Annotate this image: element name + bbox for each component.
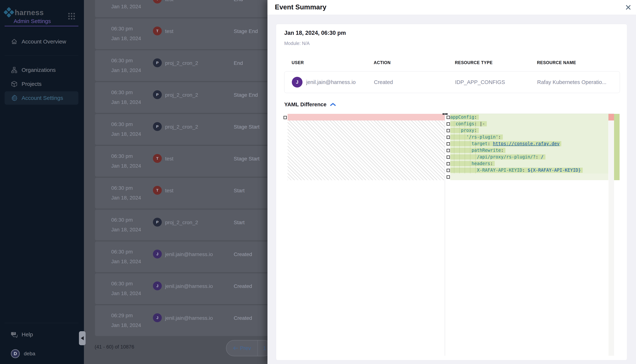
record-resource-name: Rafay Kubernetes Operatio...	[537, 79, 620, 85]
row-date: Jan 18, 2024	[111, 290, 141, 296]
row-action: Stage End	[234, 28, 258, 34]
diff-modified-pane: appConfig: configs: |- proxy: '/rs-plugi…	[450, 113, 608, 356]
row-action: Created	[234, 283, 252, 289]
diff-glyph-square[interactable]	[284, 116, 287, 119]
diff-added-line: /api/proxy/rs-plugin/?: /	[450, 154, 608, 160]
help-chat-icon: ?	[11, 331, 18, 338]
sidebar-item-organizations[interactable]: Organizations	[5, 63, 78, 77]
indent-guide	[475, 120, 476, 174]
row-user-name: test	[165, 156, 173, 162]
prev-page-button[interactable]: Prev	[226, 345, 257, 351]
user-name: deba	[24, 351, 35, 357]
row-action: Start	[234, 220, 245, 226]
diff-added-line: appConfig:	[450, 114, 608, 120]
record-user-email: jenil.jain@harness.io	[306, 79, 356, 85]
row-avatar: J	[153, 282, 162, 290]
sidebar-item-account-settings[interactable]: Account Settings	[5, 91, 78, 105]
indent-guide	[454, 120, 454, 174]
diff-pane-divider[interactable]	[445, 113, 445, 356]
diff-glyph-square[interactable]	[447, 175, 450, 179]
event-module: Module: N/A	[284, 41, 310, 46]
yaml-difference-label: YAML Difference	[284, 102, 326, 108]
row-time: 06:30 pm	[111, 26, 133, 32]
indent-guide	[459, 120, 460, 174]
row-user-name: proj_2_cron_2	[165, 92, 198, 98]
row-time: 06:29 pm	[111, 312, 133, 318]
row-date: Jan 18, 2024	[111, 4, 141, 10]
row-action: End	[234, 60, 243, 66]
sidebar-item-projects[interactable]: Projects	[5, 77, 78, 91]
app-switcher-icon[interactable]	[68, 13, 75, 20]
row-action: Stage End	[234, 92, 258, 98]
yaml-difference-toggle[interactable]: YAML Difference	[284, 102, 336, 108]
sidebar-item-label: Account Overview	[22, 38, 66, 45]
indent-guide	[470, 120, 470, 174]
row-avatar: P	[153, 122, 162, 131]
sidebar-item-account-overview[interactable]: Account Overview	[5, 35, 78, 48]
diff-glyph-square[interactable]	[447, 162, 450, 166]
diff-empty-line	[450, 174, 608, 180]
svg-text:?: ?	[13, 332, 15, 335]
row-avatar: J	[153, 250, 162, 258]
sidebar-item-label: Account Settings	[22, 95, 63, 101]
row-date: Jan 18, 2024	[111, 131, 141, 137]
subtitle-underline	[5, 26, 78, 26]
row-action: Stage Start	[234, 156, 260, 162]
row-time: 06:30 pm	[111, 217, 133, 223]
row-avatar: T	[153, 0, 162, 4]
sidebar-user[interactable]: D deba	[5, 347, 78, 360]
diff-glyph-square[interactable]	[447, 156, 450, 159]
diff-added-line: target: https://console.rafay.dev	[450, 140, 608, 147]
row-user-name: test	[165, 28, 173, 34]
row-time: 06:30 pm	[111, 58, 133, 64]
diff-glyph-square[interactable]	[447, 116, 450, 119]
row-action: Stage Start	[234, 124, 260, 130]
diff-added-line: proxy:	[450, 127, 608, 134]
sidebar-item-label: Projects	[22, 81, 42, 87]
harness-logo-icon	[3, 7, 15, 18]
diff-glyph-square[interactable]	[447, 169, 450, 172]
row-time: 06:30 pm	[111, 249, 133, 255]
row-time: 06:30 pm	[111, 153, 133, 159]
drawer-header: Event Summary	[268, 0, 636, 15]
user-avatar: D	[11, 349, 20, 358]
diff-glyph-square[interactable]	[447, 149, 450, 152]
diff-glyph-square[interactable]	[447, 129, 450, 132]
diff-empty-placeholder	[288, 120, 445, 180]
close-button[interactable]	[624, 4, 632, 11]
collapse-left-icon	[81, 336, 84, 340]
harness-logo[interactable]: harness	[5, 8, 44, 17]
removed-line-highlight	[288, 114, 445, 120]
row-time: 06:30 pm	[111, 90, 133, 96]
row-user-name: proj_2_cron_2	[165, 60, 198, 66]
row-user-name: jenil.jain@harness.io	[165, 283, 213, 289]
module-subtitle: Admin Settings	[14, 18, 51, 24]
row-avatar: J	[153, 313, 162, 322]
col-user: USER	[292, 60, 374, 65]
diff-glyph-square[interactable]	[447, 122, 450, 126]
row-date: Jan 18, 2024	[111, 68, 141, 73]
nav-divider	[5, 56, 78, 56]
diff-original-pane	[288, 113, 445, 356]
diff-scrollbar-track[interactable]	[608, 113, 614, 356]
harness-admin-app: harness Admin Settings Account OverviewO…	[0, 0, 636, 364]
logo-text: harness	[15, 8, 44, 17]
diff-glyph-square[interactable]	[447, 136, 450, 139]
yaml-diff-viewer: appConfig: configs: |- proxy: '/rs-plugi…	[284, 113, 620, 356]
row-avatar: T	[153, 186, 162, 195]
row-date: Jan 18, 2024	[111, 227, 141, 233]
diff-sash-handle[interactable]	[443, 113, 448, 115]
row-date: Jan 18, 2024	[111, 99, 141, 105]
sidebar-item-help[interactable]: ? Help	[5, 328, 78, 341]
row-avatar: T	[153, 26, 162, 35]
cube-icon	[11, 81, 18, 87]
row-date: Jan 18, 2024	[111, 322, 141, 328]
org-chart-icon	[11, 67, 18, 73]
diff-added-line: configs: |-	[450, 120, 608, 127]
row-user-name: test	[165, 188, 173, 194]
indent-guide	[465, 120, 465, 174]
diff-glyph-square[interactable]	[447, 142, 450, 146]
row-avatar: P	[153, 58, 162, 67]
sidebar-collapse-handle[interactable]	[79, 331, 86, 345]
col-action: ACTION	[374, 60, 455, 65]
